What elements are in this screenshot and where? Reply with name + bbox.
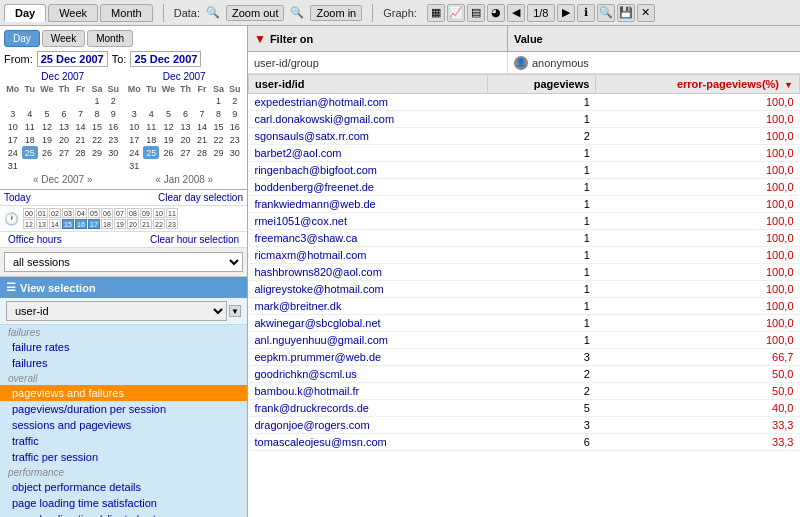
hour-box[interactable]: 16	[75, 219, 87, 229]
calendar-day[interactable]: 18	[143, 133, 159, 146]
calendar-day[interactable]: 11	[143, 120, 159, 133]
hour-box[interactable]: 04	[75, 208, 87, 218]
calendar-day[interactable]: 19	[159, 133, 177, 146]
hour-box[interactable]: 03	[62, 208, 74, 218]
calendar-day[interactable]: 28	[194, 146, 210, 159]
table-icon[interactable]: ▤	[467, 4, 485, 22]
calendar-day[interactable]: 27	[177, 146, 193, 159]
calendar-day[interactable]: 9	[105, 107, 121, 120]
from-date-input[interactable]: 25 Dec 2007	[37, 51, 108, 67]
calendar-day[interactable]: 14	[72, 120, 88, 133]
table-row[interactable]: ricmaxm@hotmail.com1100,0	[249, 247, 800, 264]
calendar-day[interactable]: 19	[38, 133, 56, 146]
calendar-day[interactable]: 3	[4, 107, 22, 120]
calendar-day[interactable]: 17	[4, 133, 22, 146]
calendar-day[interactable]: 8	[210, 107, 226, 120]
calendar-day[interactable]	[56, 159, 72, 172]
calendar-day[interactable]: 25	[143, 146, 159, 159]
calendar-day[interactable]: 24	[4, 146, 22, 159]
view-item-traffic-per-session[interactable]: traffic per session	[0, 449, 247, 465]
zoom-out-button[interactable]: Zoom out	[226, 5, 284, 21]
calendar-day[interactable]: 7	[72, 107, 88, 120]
table-row[interactable]: sgonsauls@satx.rr.com2100,0	[249, 128, 800, 145]
calendar-day[interactable]	[126, 94, 144, 107]
calendar-day[interactable]: 11	[22, 120, 38, 133]
hour-box[interactable]: 12	[23, 219, 35, 229]
calendar-day[interactable]	[159, 94, 177, 107]
calendar-day[interactable]	[105, 159, 121, 172]
view-item-page-loading-aborts[interactable]: page loading time/client aborts	[0, 511, 247, 517]
office-hours-link[interactable]: Office hours	[8, 234, 62, 245]
calendar-day[interactable]: 8	[89, 107, 105, 120]
search-icon[interactable]: 🔍	[597, 4, 615, 22]
date-tab-day[interactable]: Day	[4, 30, 40, 47]
hour-box[interactable]: 15	[62, 219, 74, 229]
calendar-day[interactable]: 23	[105, 133, 121, 146]
tab-day[interactable]: Day	[4, 4, 46, 22]
calendar-day[interactable]: 5	[159, 107, 177, 120]
table-row[interactable]: hashbrowns820@aol.com1100,0	[249, 264, 800, 281]
hour-box[interactable]: 11	[166, 208, 178, 218]
calendar-day[interactable]	[89, 159, 105, 172]
calendar-day[interactable]	[194, 94, 210, 107]
table-row[interactable]: carl.donakowski@gmail.com1100,0	[249, 111, 800, 128]
calendar-day[interactable]: 10	[126, 120, 144, 133]
calendar-day[interactable]: 9	[227, 107, 243, 120]
calendar-day[interactable]: 16	[227, 120, 243, 133]
view-item-sessions-pageviews[interactable]: sessions and pageviews	[0, 417, 247, 433]
calendar-day[interactable]: 6	[56, 107, 72, 120]
calendar-day[interactable]: 30	[227, 146, 243, 159]
hour-box[interactable]: 19	[114, 219, 126, 229]
calendar-day[interactable]: 2	[227, 94, 243, 107]
calendar-day[interactable]: 24	[126, 146, 144, 159]
tab-month[interactable]: Month	[100, 4, 153, 22]
table-row[interactable]: bambou.k@hotmail.fr250,0	[249, 383, 800, 400]
hour-box[interactable]: 10	[153, 208, 165, 218]
calendar-day[interactable]	[38, 94, 56, 107]
calendar-day[interactable]: 5	[38, 107, 56, 120]
table-row[interactable]: expedestrian@hotmail.com1100,0	[249, 94, 800, 111]
table-row[interactable]: akwinegar@sbcglobal.net1100,0	[249, 315, 800, 332]
hour-box[interactable]: 20	[127, 219, 139, 229]
calendar-day[interactable]: 21	[72, 133, 88, 146]
table-row[interactable]: goodrichkn@scml.us250,0	[249, 366, 800, 383]
tab-week[interactable]: Week	[48, 4, 98, 22]
calendar-day[interactable]: 10	[4, 120, 22, 133]
hour-box[interactable]: 01	[36, 208, 48, 218]
calendar-day[interactable]	[159, 159, 177, 172]
table-row[interactable]: rmei1051@cox.net1100,0	[249, 213, 800, 230]
table-row[interactable]: mark@breitner.dk1100,0	[249, 298, 800, 315]
right-cal-nav[interactable]: « Jan 2008 »	[126, 174, 244, 185]
calendar-day[interactable]: 14	[194, 120, 210, 133]
calendar-day[interactable]: 25	[22, 146, 38, 159]
calendar-day[interactable]: 26	[38, 146, 56, 159]
calendar-day[interactable]: 23	[227, 133, 243, 146]
col-header-error-pct[interactable]: error-pageviews(%) ▼	[596, 75, 800, 94]
calendar-day[interactable]: 13	[56, 120, 72, 133]
zoom-in-button[interactable]: Zoom in	[310, 5, 362, 21]
view-item-pageviews-failures[interactable]: pageviews and failures	[0, 385, 247, 401]
calendar-day[interactable]: 3	[126, 107, 144, 120]
hour-box[interactable]: 13	[36, 219, 48, 229]
left-cal-header[interactable]: Dec 2007	[4, 71, 122, 82]
calendar-day[interactable]: 18	[22, 133, 38, 146]
calendar-day[interactable]: 30	[105, 146, 121, 159]
hour-box[interactable]: 07	[114, 208, 126, 218]
calendar-day[interactable]	[72, 159, 88, 172]
table-row[interactable]: anl.nguyenhuu@gmail.com1100,0	[249, 332, 800, 349]
to-date-input[interactable]: 25 Dec 2007	[130, 51, 201, 67]
calendar-day[interactable]	[177, 159, 193, 172]
calendar-day[interactable]	[227, 159, 243, 172]
calendar-day[interactable]: 29	[210, 146, 226, 159]
calendar-day[interactable]	[143, 94, 159, 107]
calendar-day[interactable]: 7	[194, 107, 210, 120]
session-select[interactable]: all sessions	[4, 252, 243, 272]
calendar-day[interactable]: 12	[159, 120, 177, 133]
calendar-day[interactable]: 22	[89, 133, 105, 146]
calendar-day[interactable]: 15	[89, 120, 105, 133]
prev-page-button[interactable]: ◀	[507, 4, 525, 22]
hour-box[interactable]: 08	[127, 208, 139, 218]
export-icon[interactable]: 💾	[617, 4, 635, 22]
hour-box[interactable]: 18	[101, 219, 113, 229]
table-row[interactable]: boddenberg@freenet.de1100,0	[249, 179, 800, 196]
